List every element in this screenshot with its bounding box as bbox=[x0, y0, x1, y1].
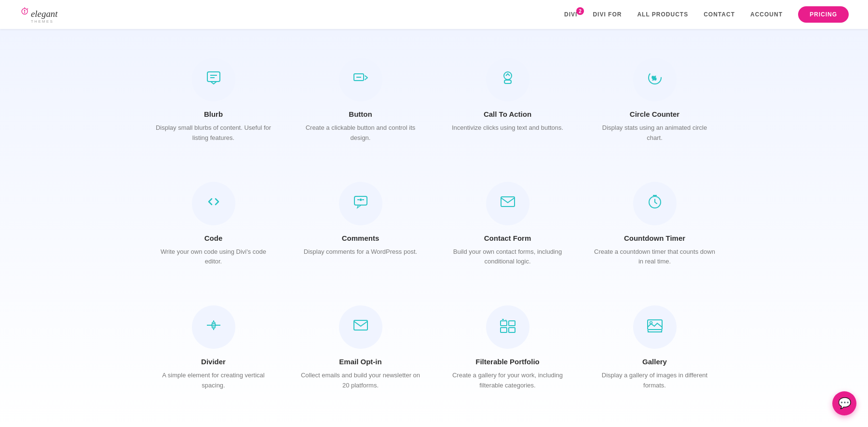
module-card-divider[interactable]: Divider A simple element for creating ve… bbox=[145, 296, 282, 400]
module-desc-gallery: Display a gallery of images in different… bbox=[594, 371, 716, 391]
module-title-comments: Comments bbox=[342, 234, 380, 242]
nav-link-contact[interactable]: CONTACT bbox=[704, 11, 735, 18]
comments-icon bbox=[352, 193, 369, 214]
svg-point-38 bbox=[650, 322, 652, 324]
nav-link-divi-for[interactable]: DIVI FOR bbox=[593, 11, 622, 18]
chat-bubble[interactable]: 💬 bbox=[832, 391, 856, 415]
module-icon-wrap-button bbox=[339, 58, 382, 101]
module-title-gallery: Gallery bbox=[642, 358, 667, 366]
svg-rect-28 bbox=[501, 321, 507, 326]
module-title-countdown-timer: Countdown Timer bbox=[624, 234, 685, 242]
svg-point-12 bbox=[504, 72, 512, 80]
module-desc-call-to-action: Incentivize clicks using text and button… bbox=[452, 123, 563, 133]
module-icon-wrap-circle-counter: % bbox=[633, 58, 677, 101]
module-desc-contact-form: Build your own contact forms, including … bbox=[447, 247, 569, 267]
navbar: elegant THEMES DIVI 2 DIVI FOR ALL PRODU… bbox=[0, 0, 868, 29]
module-icon-wrap-divider bbox=[192, 305, 235, 349]
gallery-icon bbox=[646, 317, 664, 338]
module-desc-button: Create a clickable button and control it… bbox=[299, 123, 421, 143]
svg-rect-27 bbox=[354, 320, 367, 330]
module-card-countdown-timer[interactable]: Countdown Timer Create a countdown timer… bbox=[586, 172, 723, 277]
module-title-code: Code bbox=[204, 234, 223, 242]
module-icon-wrap-blurb bbox=[192, 58, 235, 101]
button-icon bbox=[352, 69, 369, 90]
cta-icon bbox=[499, 69, 516, 90]
module-desc-circle-counter: Display stats using an animated circle c… bbox=[594, 123, 716, 143]
modules-grid: Blurb Display small blurbs of content. U… bbox=[145, 48, 723, 400]
module-title-call-to-action: Call To Action bbox=[484, 110, 531, 118]
nav-link-all-products[interactable]: ALL PRODUCTS bbox=[637, 11, 688, 18]
email-icon bbox=[352, 317, 369, 338]
svg-rect-30 bbox=[501, 328, 507, 332]
svg-rect-13 bbox=[504, 80, 511, 83]
module-icon-wrap-email-opt-in bbox=[339, 305, 382, 349]
module-title-contact-form: Contact Form bbox=[484, 234, 531, 242]
module-title-filterable-portfolio: Filterable Portfolio bbox=[475, 358, 540, 366]
portfolio-icon bbox=[499, 317, 516, 338]
module-icon-wrap-contact-form bbox=[486, 182, 529, 225]
pricing-button[interactable]: PRICING bbox=[798, 6, 849, 23]
module-card-gallery[interactable]: Gallery Display a gallery of images in d… bbox=[586, 296, 723, 400]
module-card-blurb[interactable]: Blurb Display small blurbs of content. U… bbox=[145, 48, 282, 153]
module-title-blurb: Blurb bbox=[204, 110, 223, 118]
circle-counter-icon: % bbox=[646, 69, 664, 90]
module-card-code[interactable]: Code Write your own code using Divi's co… bbox=[145, 172, 282, 277]
module-card-email-opt-in[interactable]: Email Opt-in Collect emails and build yo… bbox=[292, 296, 429, 400]
code-icon bbox=[205, 193, 222, 214]
nav-link-divi[interactable]: DIVI 2 bbox=[564, 11, 577, 18]
module-card-contact-form[interactable]: Contact Form Build your own contact form… bbox=[439, 172, 576, 277]
module-title-email-opt-in: Email Opt-in bbox=[339, 358, 381, 366]
module-card-button[interactable]: Button Create a clickable button and con… bbox=[292, 48, 429, 153]
blurb-icon bbox=[205, 69, 222, 90]
module-icon-wrap-gallery bbox=[633, 305, 677, 349]
module-title-divider: Divider bbox=[201, 358, 226, 366]
logo[interactable]: elegant THEMES bbox=[19, 5, 77, 24]
svg-rect-31 bbox=[509, 328, 515, 332]
chat-icon: 💬 bbox=[838, 397, 851, 410]
module-card-circle-counter[interactable]: % Circle Counter Display stats using an … bbox=[586, 48, 723, 153]
svg-text:elegant: elegant bbox=[31, 9, 58, 19]
divider-icon bbox=[205, 317, 222, 338]
module-desc-filterable-portfolio: Create a gallery for your work, includin… bbox=[447, 371, 569, 391]
svg-point-5 bbox=[24, 10, 26, 12]
svg-rect-7 bbox=[207, 72, 220, 82]
module-desc-blurb: Display small blurbs of content. Useful … bbox=[152, 123, 274, 143]
module-icon-wrap-code bbox=[192, 182, 235, 225]
svg-rect-20 bbox=[501, 197, 515, 207]
module-desc-countdown-timer: Create a countdown timer that counts dow… bbox=[594, 247, 716, 267]
svg-text:THEMES: THEMES bbox=[31, 19, 54, 24]
module-card-filterable-portfolio[interactable]: Filterable Portfolio Create a gallery fo… bbox=[439, 296, 576, 400]
countdown-icon bbox=[646, 193, 664, 214]
module-title-button: Button bbox=[349, 110, 372, 118]
module-title-circle-counter: Circle Counter bbox=[630, 110, 679, 118]
nav-link-account[interactable]: ACCOUNT bbox=[750, 11, 783, 18]
svg-text:%: % bbox=[652, 76, 656, 81]
module-icon-wrap-countdown-timer bbox=[633, 182, 677, 225]
svg-rect-29 bbox=[509, 321, 515, 326]
module-icon-wrap-call-to-action bbox=[486, 58, 529, 101]
module-desc-email-opt-in: Collect emails and build your newsletter… bbox=[299, 371, 421, 391]
module-desc-code: Write your own code using Divi's code ed… bbox=[152, 247, 274, 267]
svg-point-19 bbox=[360, 199, 361, 200]
module-icon-wrap-comments bbox=[339, 182, 382, 225]
module-card-call-to-action[interactable]: Call To Action Incentivize clicks using … bbox=[439, 48, 576, 153]
nav-links: DIVI 2 DIVI FOR ALL PRODUCTS CONTACT ACC… bbox=[564, 6, 849, 23]
module-desc-divider: A simple element for creating vertical s… bbox=[152, 371, 274, 391]
svg-line-4 bbox=[27, 9, 28, 10]
contact-form-icon bbox=[499, 193, 516, 214]
module-icon-wrap-filterable-portfolio bbox=[486, 305, 529, 349]
main-content: Blurb Display small blurbs of content. U… bbox=[0, 29, 868, 427]
divi-badge: 2 bbox=[576, 7, 584, 15]
module-desc-comments: Display comments for a WordPress post. bbox=[304, 247, 417, 257]
module-card-comments[interactable]: Comments Display comments for a WordPres… bbox=[292, 172, 429, 277]
